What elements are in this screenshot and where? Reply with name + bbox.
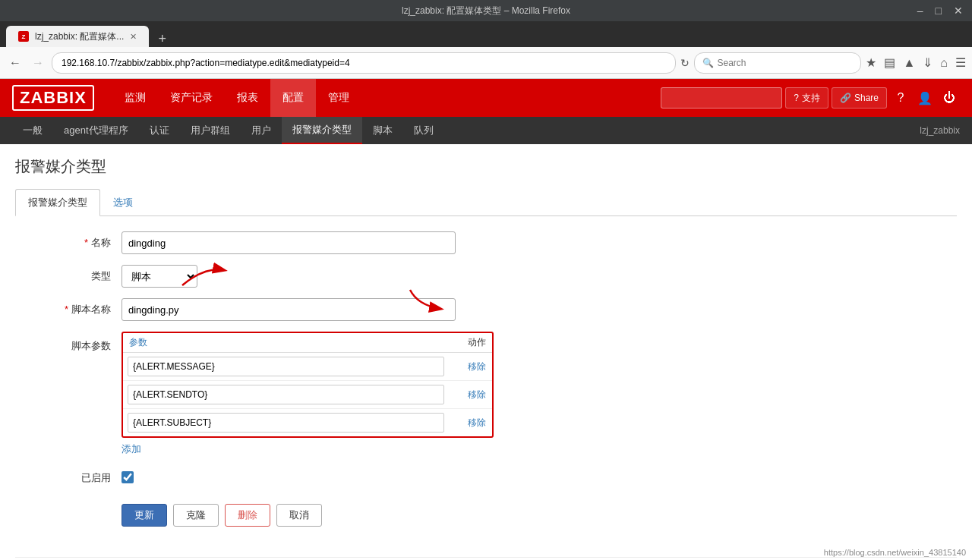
form-row-enabled: 已启用 [15,467,957,486]
user-button[interactable]: 👤 [914,87,936,109]
params-row-1: 移除 [123,381,492,409]
zabbix-logo: ZABBIX [12,85,94,111]
address-bar-input[interactable] [52,52,676,74]
help-button[interactable]: ? [890,87,911,109]
params-table: 参数 动作 移除 移除 [122,332,494,438]
subnav: 一般 agent代理程序 认证 用户群组 用户 报警媒介类型 脚本 队列 lzj… [0,117,972,144]
zabbix-main-nav: 监测 资产记录 报表 配置 管理 [112,79,361,117]
form-buttons: 更新 克隆 删除 取消 [122,504,957,527]
form-tabs: 报警媒介类型 选项 [15,189,957,216]
browser-window-controls[interactable]: – □ ✕ [917,5,963,17]
share-icon: 🔗 [840,93,851,103]
enabled-field [122,467,957,486]
zabbix-search-input[interactable] [667,93,759,103]
enabled-label: 已启用 [15,467,122,485]
params-input-1[interactable] [128,385,444,404]
subnav-users[interactable]: 用户 [241,117,282,144]
params-row-0: 移除 [123,353,492,381]
params-action-0: 移除 [447,360,489,373]
support-button[interactable]: ? 支持 [785,87,828,109]
tab-options[interactable]: 选项 [100,189,146,216]
browser-titlebar: lzj_zabbix: 配置媒体类型 – Mozilla Firefox – □… [0,0,972,21]
cancel-button[interactable]: 取消 [276,504,322,527]
blog-hint: https://blog.csdn.net/weixin_43815140 [824,548,966,557]
tab-favicon: Z [18,31,29,42]
scriptname-field [122,298,957,321]
form-body: *名称 类型 脚本 [15,231,957,527]
script-name-input[interactable] [122,298,456,321]
home-icon[interactable]: ⌂ [940,56,948,70]
remove-link-1[interactable]: 移除 [468,389,486,400]
type-label: 类型 [15,265,122,283]
params-label: 脚本参数 [15,332,122,353]
params-col-action: 动作 [440,336,486,349]
pocket-icon[interactable]: ▲ [903,56,915,70]
reader-icon[interactable]: ▤ [884,55,895,70]
remove-link-0[interactable]: 移除 [468,361,486,372]
subnav-mediatype[interactable]: 报警媒介类型 [282,117,362,144]
subnav-general[interactable]: 一般 [12,117,53,144]
subnav-queue[interactable]: 队列 [403,117,444,144]
update-button[interactable]: 更新 [122,504,167,527]
scriptname-label: *脚本名称 [15,298,122,316]
browser-toolbar-icons: ★ ▤ ▲ ⇓ ⌂ ☰ [866,55,966,70]
name-field [122,231,957,254]
nav-item-assets[interactable]: 资产记录 [158,79,225,117]
maximize-button[interactable]: □ [936,5,942,17]
page-title: 报警媒介类型 [15,156,957,177]
params-input-0[interactable] [128,357,444,376]
enabled-checkbox[interactable] [122,471,134,483]
tab-close-button[interactable]: ✕ [130,32,137,42]
name-input[interactable] [122,231,456,254]
params-header: 参数 动作 [123,333,492,353]
support-icon: ? [794,93,799,103]
browser-search-box: 🔍 [694,52,861,74]
browser-forward-button[interactable]: → [29,54,47,72]
bookmarks-icon[interactable]: ★ [866,55,876,70]
clone-button[interactable]: 克隆 [173,504,219,527]
close-button[interactable]: ✕ [954,5,963,17]
name-label: *名称 [15,231,122,250]
params-input-2[interactable] [128,413,444,433]
tab-label: lzj_zabbix: 配置媒体... [35,30,124,43]
remove-link-2[interactable]: 移除 [468,417,486,428]
download-icon[interactable]: ⇓ [923,55,933,70]
zabbix-search-box [661,87,782,109]
subnav-scripts[interactable]: 脚本 [362,117,403,144]
share-button[interactable]: 🔗 Share [832,87,887,109]
reload-button[interactable]: ↻ [680,57,690,69]
browser-tab-active[interactable]: Z lzj_zabbix: 配置媒体... ✕ [6,26,149,47]
menu-icon[interactable]: ☰ [955,55,966,70]
params-row-2: 移除 [123,409,492,436]
form-row-params: 脚本参数 参数 动作 移除 [15,332,957,456]
delete-button[interactable]: 删除 [225,504,270,527]
subnav-agent[interactable]: agent代理程序 [53,117,139,144]
browser-title: lzj_zabbix: 配置媒体类型 – Mozilla Firefox [402,5,570,17]
nav-item-admin[interactable]: 管理 [316,79,361,117]
tab-mediatype[interactable]: 报警媒介类型 [15,189,100,216]
subnav-user-label: lzj_zabbix [920,125,960,136]
nav-item-reports[interactable]: 报表 [225,79,270,117]
search-icon: 🔍 [702,58,714,68]
form-row-type: 类型 脚本 [15,265,957,288]
minimize-button[interactable]: – [917,5,923,17]
params-col-param: 参数 [129,336,440,349]
form-row-scriptname: *脚本名称 [15,298,957,321]
params-action-1: 移除 [447,389,489,401]
name-required-star: * [84,237,88,248]
type-field: 脚本 [122,265,957,288]
form-row-name: *名称 [15,231,957,254]
nav-item-monitor[interactable]: 监测 [112,79,158,117]
nav-item-config[interactable]: 配置 [270,79,316,117]
subnav-usergroups[interactable]: 用户群组 [180,117,241,144]
zabbix-header: ZABBIX 监测 资产记录 报表 配置 管理 ? 支持 🔗 Share ? 👤… [0,79,972,117]
new-tab-button[interactable]: + [153,31,171,47]
add-param-link[interactable]: 添加 [122,442,141,456]
type-select[interactable]: 脚本 [122,265,197,288]
subnav-auth[interactable]: 认证 [139,117,180,144]
browser-search-input[interactable] [717,58,838,68]
browser-addressbar: ← → ↻ 🔍 ★ ▤ ▲ ⇓ ⌂ ☰ [0,47,972,79]
page-footer: Zabbix 4.0.19. © 2001–2020, Zabbix SIA [15,557,957,560]
browser-back-button[interactable]: ← [6,54,24,72]
logout-button[interactable]: ⏻ [939,87,960,109]
